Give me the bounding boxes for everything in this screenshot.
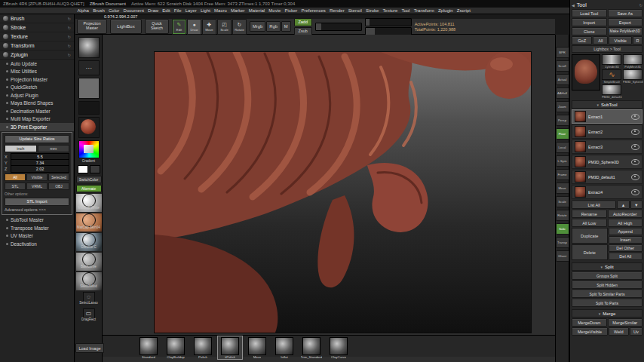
split-button[interactable]: Groups Split [572, 272, 642, 280]
subtool-row[interactable]: PM3D_Sphere3D [572, 155, 642, 169]
zplugin-item[interactable]: Transpose Master [0, 224, 74, 232]
export-button[interactable]: Export [608, 18, 643, 26]
mergesimilar-button[interactable]: MergeSimilar [608, 318, 643, 327]
palette-row[interactable]: Stroke [0, 23, 74, 32]
tool-inventory-item[interactable]: PolyMesh3D [623, 54, 643, 69]
update-size-ratios-button[interactable]: Update Size Ratios [5, 135, 69, 143]
zplugin-item[interactable]: Auto Update [0, 60, 74, 68]
menu-item[interactable]: Draw [146, 8, 161, 14]
zplugin-item[interactable]: Projection Master [0, 75, 74, 84]
goz-r-button[interactable]: R [633, 36, 642, 44]
zplugin-item[interactable]: Misc Utilities [0, 68, 74, 76]
draw-size-slider[interactable]: Draw Size 50 [365, 27, 412, 35]
menu-item[interactable]: Preferences [299, 8, 328, 14]
brush-tray-item[interactable]: Inflat [271, 336, 297, 360]
export-scope-button[interactable]: Visible [26, 173, 48, 181]
menu-item[interactable]: Zplugin [436, 8, 455, 14]
current-alpha-thumbnail[interactable] [78, 78, 100, 99]
viewport-control-button[interactable]: Persp [556, 115, 569, 126]
visibility-eye-icon[interactable] [631, 174, 639, 180]
menu-item[interactable]: Brush [91, 8, 107, 14]
lightbox-button[interactable]: LightBox [110, 19, 142, 34]
viewport-control-button[interactable]: Transp [556, 237, 569, 248]
tool-inventory-item[interactable]: Cylinder3D [602, 54, 622, 69]
zplugin-item[interactable]: Adjust Plugin [0, 91, 74, 100]
unit-button[interactable]: inch [5, 145, 37, 152]
zadd-button[interactable]: Zadd [294, 18, 312, 26]
menu-item[interactable]: Color [106, 8, 121, 14]
load-tool-button[interactable]: Load Tool [572, 9, 607, 17]
export-scope-button[interactable]: Selected [48, 173, 69, 181]
viewport-control-button[interactable]: Solo [556, 223, 569, 235]
viewport-control-button[interactable]: Actual [556, 74, 569, 85]
goz-visible-button[interactable]: Visible [609, 36, 632, 44]
brush-tray-item[interactable]: Standard [136, 336, 161, 360]
export-format-button[interactable]: STL [5, 183, 26, 190]
stl-import-button[interactable]: STL Import [5, 198, 69, 206]
append-button[interactable]: Append [609, 228, 643, 235]
menu-item[interactable]: Macro [213, 8, 229, 14]
viewport-control-button[interactable]: Zoom [556, 101, 569, 112]
lightbox-tool-row[interactable]: Lightbox > Tool [572, 45, 642, 53]
paint-mode-button[interactable]: Mrgb [250, 21, 265, 32]
uv-button[interactable]: Uv [630, 327, 642, 336]
split-button[interactable]: Split To Parts [572, 299, 642, 307]
make-polymesh3d-button[interactable]: Make PolyMesh3D [608, 27, 643, 35]
insert-button[interactable]: Insert [609, 236, 643, 244]
current-stroke-thumbnail[interactable]: ⋯ [78, 60, 100, 75]
alternate-button[interactable]: Alternate [76, 185, 102, 192]
save-as-button[interactable]: Save As [608, 9, 643, 17]
visibility-eye-icon[interactable] [631, 144, 639, 150]
mode-button[interactable]: ● Draw [187, 19, 201, 35]
visibility-eye-icon[interactable] [631, 189, 639, 195]
list-all-button[interactable]: List All [572, 201, 616, 209]
all-low-button[interactable]: All Low [572, 219, 607, 227]
brush-tray-item[interactable]: hPolish [217, 336, 243, 360]
zplugin-item[interactable]: SubTool Master [0, 216, 74, 225]
menu-item[interactable]: Layer [183, 8, 198, 14]
menu-item[interactable]: Render [327, 8, 346, 14]
material-item[interactable]: SketchMod [76, 272, 102, 290]
color-picker[interactable] [78, 140, 100, 158]
viewport-control-button[interactable]: Frame [556, 169, 569, 180]
mode-button[interactable]: ✎ Edit [172, 19, 186, 35]
menu-item[interactable]: Marker [228, 8, 247, 14]
export-format-button[interactable]: OBJ [48, 183, 69, 190]
focal-shift-slider[interactable]: Focal Shift -85 [365, 18, 412, 26]
clone-button[interactable]: Clone [572, 27, 607, 35]
current-texture-thumbnail[interactable] [78, 101, 100, 115]
visibility-eye-icon[interactable] [631, 114, 639, 120]
visibility-eye-icon[interactable] [631, 159, 639, 165]
subtool-up-button[interactable]: ▲ [617, 201, 629, 209]
zplugin-item[interactable]: Decimation Master [0, 107, 74, 115]
brush-tray-item[interactable]: Move [244, 336, 270, 360]
axis-size-field[interactable]: 2.02 [11, 165, 69, 173]
brush-tray-item[interactable]: ClayBuildup [163, 336, 189, 360]
current-material-thumbnail[interactable] [78, 117, 100, 138]
palette-row[interactable]: Texture [0, 32, 74, 41]
menu-item[interactable]: Material [247, 8, 267, 14]
menu-item[interactable]: Alpha [75, 8, 91, 14]
tool-inventory-item[interactable]: SimpleBrush [602, 69, 622, 84]
viewport-control-button[interactable]: Scroll [556, 60, 569, 72]
menu-item[interactable]: Tool [400, 8, 412, 14]
menu-item[interactable]: File [172, 8, 183, 14]
unit-button[interactable]: mm [38, 145, 70, 152]
mode-button[interactable]: ↻ Rotate [232, 19, 247, 35]
menu-item[interactable]: Stroke [363, 8, 381, 14]
brush-tray-item[interactable]: Polish [190, 336, 216, 360]
del-other-button[interactable]: Del Other [609, 244, 643, 252]
subtool-down-button[interactable]: ▼ [630, 201, 642, 209]
zplugin-item[interactable]: Deactivation [0, 240, 74, 248]
goz-button[interactable]: GoZ [572, 36, 592, 44]
zplugin-item[interactable]: Multi Map Exporter [0, 115, 74, 124]
subtool-row[interactable]: Extract1 [572, 109, 642, 124]
viewport-control-button[interactable]: Scale [556, 196, 569, 207]
all-high-button[interactable]: All High [608, 219, 643, 227]
tool-inventory-item[interactable]: PM3D_default1 [602, 84, 622, 99]
z-intensity-slider[interactable]: Z Intensity 12 [315, 23, 362, 31]
current-brush-thumbnail[interactable] [78, 37, 100, 58]
secondary-color-swatch[interactable] [90, 165, 100, 173]
stroke-item[interactable]: ▭ DragRect [76, 308, 102, 324]
viewport-canvas[interactable] [154, 51, 532, 333]
